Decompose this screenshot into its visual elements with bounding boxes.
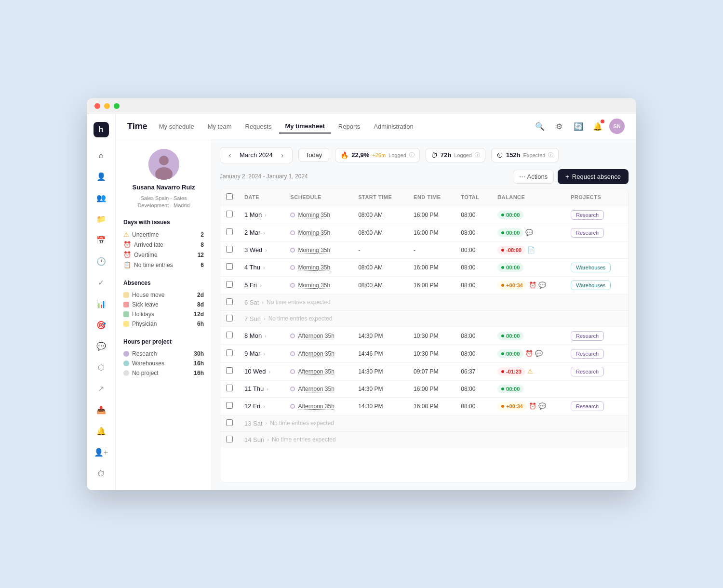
sidebar-item-history[interactable]: ⏱ xyxy=(93,465,110,482)
nav-requests[interactable]: Requests xyxy=(240,120,278,133)
sidebar-item-folder[interactable]: 📁 xyxy=(93,211,110,228)
row-checkbox[interactable] xyxy=(226,332,233,338)
sidebar-item-inbox[interactable]: 📥 xyxy=(93,401,110,419)
expand-row-arrow[interactable]: › xyxy=(267,386,268,392)
row-checkbox[interactable] xyxy=(226,281,233,288)
expand-row-arrow[interactable]: › xyxy=(265,212,267,218)
date-cell: 9 Mar › xyxy=(239,345,284,362)
schedule-name: Afternoon 35h xyxy=(298,386,334,392)
end-time-cell: - xyxy=(408,241,455,258)
row-checkbox[interactable] xyxy=(226,263,233,270)
stat-plus-time: +26m xyxy=(372,152,386,158)
row-checkbox[interactable] xyxy=(226,246,233,253)
sidebar-item-calendar[interactable]: 📅 xyxy=(93,232,110,249)
house-move-count: 2d xyxy=(197,292,204,298)
minimize-dot[interactable] xyxy=(104,103,110,109)
row-checkbox[interactable] xyxy=(226,228,233,235)
expand-arrow[interactable]: › xyxy=(266,420,268,426)
sidebar-item-layers[interactable]: ⬡ xyxy=(93,359,110,376)
nav-my-schedule[interactable]: My schedule xyxy=(153,120,200,133)
row-checkbox[interactable] xyxy=(226,402,233,409)
svg-point-1 xyxy=(159,156,169,165)
expand-row-arrow[interactable]: › xyxy=(263,403,265,409)
info-icon-2[interactable]: ⓘ xyxy=(475,151,480,159)
sidebar-item-check[interactable]: ✓ xyxy=(93,274,110,292)
sidebar-item-chat[interactable]: 💬 xyxy=(93,338,110,355)
info-icon-3[interactable]: ⓘ xyxy=(548,151,553,159)
schedule-cell: Afternoon 35h xyxy=(284,397,352,415)
sidebar-item-home[interactable]: ⌂ xyxy=(93,147,110,164)
expand-arrow[interactable]: › xyxy=(264,316,266,321)
app-logo: h xyxy=(94,122,109,137)
balance-cell: -08:00 📄 xyxy=(492,241,565,258)
prev-period-button[interactable]: ‹ xyxy=(224,149,236,161)
expand-row-arrow[interactable]: › xyxy=(263,351,265,357)
table-row: 6 Sat › No time entries expected xyxy=(220,294,628,310)
sidebar-item-target[interactable]: 🎯 xyxy=(93,317,110,334)
comment-icon: 💬 xyxy=(538,402,546,410)
expand-arrow[interactable]: › xyxy=(267,437,269,442)
schedule-cell: Afternoon 35h xyxy=(284,345,352,362)
actions-button[interactable]: ⋯ Actions xyxy=(513,170,554,184)
info-icon-1[interactable]: ⓘ xyxy=(409,151,415,159)
start-time-cell: 08:00 AM xyxy=(352,206,408,224)
no-project-dot xyxy=(123,370,129,376)
sidebar-item-person-add[interactable]: 👤+ xyxy=(93,444,110,461)
expand-row-arrow[interactable]: › xyxy=(263,265,265,270)
sidebar-item-person[interactable]: 👤 xyxy=(93,168,110,186)
sidebar-item-alert[interactable]: 🔔 xyxy=(93,423,110,440)
row-checkbox[interactable] xyxy=(226,315,233,321)
stat-percentage-badge: 🔥 22,9% +26m Logged ⓘ xyxy=(335,148,419,162)
row-checkbox[interactable] xyxy=(226,211,233,217)
row-checkbox[interactable] xyxy=(226,419,233,426)
schedule-dot xyxy=(290,351,295,356)
nav-my-team[interactable]: My team xyxy=(202,120,238,133)
end-time-cell: 16:00 PM xyxy=(408,276,455,294)
expand-row-arrow[interactable]: › xyxy=(269,369,271,374)
row-checkbox-cell xyxy=(220,310,239,327)
row-checkbox[interactable] xyxy=(226,385,233,391)
sidebar-item-chart[interactable]: 📊 xyxy=(93,295,110,313)
select-all-checkbox[interactable] xyxy=(226,193,233,200)
settings-icon[interactable]: ⚙ xyxy=(551,119,567,134)
expand-row-arrow[interactable]: › xyxy=(265,333,267,339)
date-text: 4 Thu xyxy=(244,264,260,271)
search-icon[interactable]: 🔍 xyxy=(532,119,548,134)
expand-arrow[interactable]: › xyxy=(262,299,264,305)
row-checkbox[interactable] xyxy=(226,367,233,374)
end-time-cell: 10:30 PM xyxy=(408,327,455,345)
no-entries-text: No time entries expected xyxy=(272,436,336,443)
today-button[interactable]: Today xyxy=(298,148,330,162)
expand-row-arrow[interactable]: › xyxy=(265,247,267,253)
sidebar-item-group[interactable]: 👥 xyxy=(93,189,110,207)
request-absence-button[interactable]: + Request absence xyxy=(558,169,629,184)
nav-reports[interactable]: Reports xyxy=(333,120,366,133)
user-avatar[interactable]: SN xyxy=(609,119,625,134)
expand-row-arrow[interactable]: › xyxy=(263,230,265,236)
timesheet-data-table: Date Schedule Start time End time Total … xyxy=(220,188,628,448)
date-cell: 4 Thu › xyxy=(239,258,284,276)
total-cell: 08:00 xyxy=(455,327,492,345)
row-checkbox[interactable] xyxy=(226,436,233,442)
bell-icon[interactable]: 🔔 xyxy=(590,119,605,134)
expand-dot[interactable] xyxy=(114,103,120,109)
refresh-icon[interactable]: 🔄 xyxy=(571,119,586,134)
sidebar-item-share[interactable]: ↗ xyxy=(93,380,110,398)
nav-my-timesheet[interactable]: My timesheet xyxy=(279,120,330,134)
overtime-icon: ⏰ xyxy=(123,251,131,258)
total-cell: 08:00 xyxy=(455,397,492,415)
nav-administration[interactable]: Administration xyxy=(368,120,419,133)
col-schedule: Schedule xyxy=(284,188,352,206)
stat-hours-logged-badge: ⏱ 72h Logged ⓘ xyxy=(426,148,485,162)
close-dot[interactable] xyxy=(94,103,100,109)
projects-cell: Warehouses xyxy=(565,276,628,294)
period-label: March 2024 xyxy=(238,151,275,159)
expand-row-arrow[interactable]: › xyxy=(260,282,262,288)
topnav-icons: 🔍 ⚙ 🔄 🔔 SN xyxy=(532,119,625,134)
row-checkbox[interactable] xyxy=(226,298,233,305)
balance-badge: +00:34 xyxy=(497,281,527,290)
row-checkbox[interactable] xyxy=(226,349,233,356)
table-row: 12 Fri › Afternoon 35h 14:30 PM 16:00 PM… xyxy=(220,397,628,415)
sidebar-item-clock[interactable]: 🕐 xyxy=(93,253,110,270)
next-period-button[interactable]: › xyxy=(277,149,288,161)
